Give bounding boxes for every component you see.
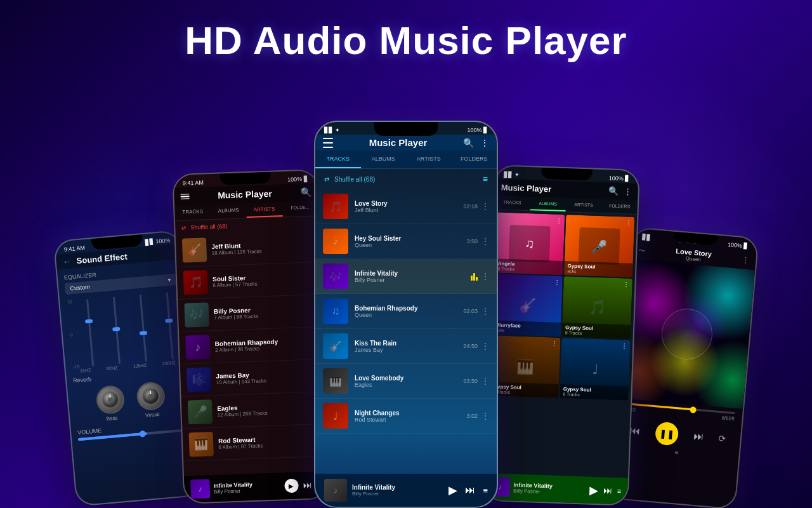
phone3-shuffle[interactable]: ⇄ Shuffle all (68) ≡ — [315, 169, 497, 189]
album-more-5[interactable]: ⋮ — [551, 340, 558, 347]
phone-main: ▊▊ ✦ 9:41 AM 100% ▊ Music Player 🔍 ⋮ TRA… — [314, 121, 498, 508]
track-more-love2[interactable]: ⋮ — [481, 377, 489, 385]
phone5-prev-icon[interactable]: ⏮ — [630, 425, 641, 437]
phone5-progress-thumb[interactable] — [690, 406, 697, 413]
artist-info-jeff: Jeff Blunt 18 Album | 126 Tracks — [211, 241, 262, 256]
artist-item-james[interactable]: 🎼 James Bay 15 Album | 143 Tracks — [180, 359, 325, 397]
db-15: 15 — [67, 299, 74, 304]
artist-item-bohemian[interactable]: ♪ Bohemian Rhapsody 2 Album | 36 Tracks — [179, 327, 324, 364]
tab-folders[interactable]: FOLDE... — [282, 201, 318, 217]
phone5-next-icon[interactable]: ⏭ — [693, 431, 704, 443]
track-kiss[interactable]: 🎸 Kiss The Rain James Bay 04:50 ⋮ — [315, 329, 497, 364]
phone4-tab-albums[interactable]: ALBUMS — [530, 197, 566, 211]
phone4-more-icon[interactable]: ⋮ — [623, 187, 632, 196]
artist-item-soul[interactable]: 🎵 Soul Sister 6 Album | 57 Tracks — [176, 262, 321, 300]
volume-thumb[interactable] — [140, 431, 147, 438]
phone3-hamburger-icon[interactable] — [323, 138, 333, 148]
album-art-2: 🎤 — [578, 227, 620, 265]
artist-item-billy[interactable]: 🎶 Billy Posner 7 Album | 88 Tracks — [178, 295, 322, 332]
track-more-bohemian[interactable]: ⋮ — [481, 307, 489, 316]
track-more-love[interactable]: ⋮ — [481, 202, 489, 211]
album-cell-5[interactable]: 🎹 Gypsy Soul 8 Tracks ⋮ — [490, 335, 560, 398]
track-infinite[interactable]: 🎶 Infinite Vitality Billy Posner ⋮ — [315, 259, 497, 294]
phone5-play-button[interactable]: ❚❚ — [655, 421, 679, 446]
album-cell-6[interactable]: ♩ Gypsy Soul 8 Tracks ⋮ — [560, 338, 630, 401]
track-more-hey[interactable]: ⋮ — [481, 237, 489, 246]
phone3-tab-folders[interactable]: FOLDERS — [452, 150, 497, 168]
phone2-next-icon[interactable]: ⏭ — [303, 480, 313, 490]
phone4-queue-icon[interactable]: ≡ — [617, 487, 622, 495]
track-love-story[interactable]: 🎵 Love Story Jeff Blunt 02:18 ⋮ — [315, 189, 497, 224]
phone4-tab-tracks[interactable]: TRACKS — [494, 196, 530, 210]
eq-handle-1[interactable] — [85, 319, 93, 323]
track-night[interactable]: ♩ Night Changes Rod Stewart 3:02 ⋮ — [315, 399, 497, 434]
back-icon[interactable]: ← — [62, 256, 72, 267]
album-cell-3[interactable]: 🎸 Blurryface acks ⋮ — [492, 274, 563, 337]
phone5-more-icon[interactable]: ⋮ — [742, 255, 750, 265]
tab-tracks[interactable]: TRACKS — [174, 204, 211, 220]
phone3-sort-icon[interactable]: ≡ — [483, 174, 488, 184]
track-title-hey: Hey Soul Sister — [355, 235, 466, 242]
track-bohemian[interactable]: ♫ Bohemian Rhapsody Queen 02:03 ⋮ — [315, 294, 497, 329]
album-cell-2[interactable]: 🎤 Gypsy Soul acks ⋮ — [564, 215, 634, 277]
phone2-player-bar: ♪ Infinite Vitality Billy Posner ▶ ⏭ ≡ — [184, 471, 328, 503]
tab-artists[interactable]: ARTISTS — [246, 202, 282, 218]
db-0: 0 — [70, 331, 77, 337]
track-more-night[interactable]: ⋮ — [481, 411, 489, 420]
phone3-queue-icon[interactable]: ≡ — [483, 486, 488, 495]
phone4-player-bar: ♪ Infinite Vitality Billy Posner ▶ ⏭ ≡ — [484, 473, 628, 505]
virtual-knob[interactable] — [136, 381, 166, 411]
phone3-next-icon[interactable]: ⏭ — [465, 485, 475, 496]
phone3-search-icon[interactable]: 🔍 — [463, 138, 474, 148]
track-duration-bohemian: 02:03 — [463, 308, 478, 314]
eq-track-2 — [112, 297, 120, 364]
artist-item-eagles[interactable]: 🎤 Eagles 12 Album | 268 Tracks — [181, 392, 326, 429]
phone3-tab-tracks[interactable]: TRACKS — [315, 150, 361, 168]
track-info-hey: Hey Soul Sister Queen — [355, 235, 466, 248]
phone3-play-icon[interactable]: ▶ — [449, 483, 457, 497]
phone3-tab-albums[interactable]: ALBUMS — [361, 150, 407, 168]
phone4-next-icon[interactable]: ⏭ — [603, 485, 613, 495]
track-more-infinite[interactable]: ⋮ — [481, 272, 489, 281]
album-cell-4[interactable]: 🎵 Gypsy Soul 8 Tracks ⋮ — [562, 276, 632, 339]
album-more-1[interactable]: ⋮ — [556, 217, 562, 224]
eq-bars-wrapper: 15 0 -15 — [66, 290, 183, 370]
artist-item-jeff[interactable]: 🎸 Jeff Blunt 18 Album | 126 Tracks — [176, 230, 320, 267]
album-overlay-5: Gypsy Soul 8 Tracks — [490, 382, 559, 398]
phone4-play-icon[interactable]: ▶ — [589, 483, 598, 497]
search-icon[interactable]: 🔍 — [300, 187, 311, 198]
album-more-3[interactable]: ⋮ — [553, 279, 560, 286]
album-cell-1[interactable]: ♫ Angela 8 Tracks ⋮ — [494, 212, 565, 275]
phone2-play-button[interactable]: ▶ — [284, 479, 299, 493]
tab-albums[interactable]: ALBUMS — [211, 203, 247, 219]
eq-handle-4[interactable] — [165, 319, 173, 323]
phone4-tab-artists[interactable]: ARTISTS — [566, 198, 602, 213]
eq-handle-3[interactable] — [140, 331, 147, 335]
phone3-more-icon[interactable]: ⋮ — [480, 138, 489, 148]
hamburger-icon[interactable] — [180, 194, 189, 199]
eagles-image: 🎤 — [188, 399, 213, 424]
chevron-down-icon: ▾ — [167, 276, 171, 283]
track-hey-soul[interactable]: ♪ Hey Soul Sister Queen 3:50 ⋮ — [315, 224, 497, 259]
phone4-tab-folders[interactable]: FOLDERS — [601, 199, 638, 214]
eq-handle-2[interactable] — [112, 326, 120, 331]
phone2-time: 9:41 AM — [183, 179, 204, 186]
artist-thumb-jeff: 🎸 — [182, 237, 207, 262]
artist-item-rod[interactable]: 🎹 Rod Stewart 6 Album | 87 Tracks — [182, 424, 327, 462]
album-more-4[interactable]: ⋮ — [623, 281, 629, 288]
hamburger-line1 — [180, 194, 189, 195]
album-overlay-2: Gypsy Soul acks — [564, 261, 633, 277]
bass-knob[interactable] — [95, 385, 126, 415]
album-more-2[interactable]: ⋮ — [625, 219, 632, 226]
phone5-queue-icon[interactable]: ≡ — [674, 448, 679, 457]
phone4-search-icon[interactable]: 🔍 — [608, 186, 619, 196]
track-love-somebody[interactable]: 🎹 Love Somebody Eagles 03:50 ⋮ — [315, 364, 497, 399]
track-title-infinite: Infinite Vitality — [355, 270, 471, 277]
album-more-6[interactable]: ⋮ — [621, 342, 627, 349]
phone5-repeat-icon[interactable]: ⟳ — [718, 433, 726, 444]
eq-track-4 — [166, 292, 173, 359]
track-more-kiss[interactable]: ⋮ — [481, 342, 489, 351]
phone3-tab-artists[interactable]: ARTISTS — [406, 150, 452, 168]
phone2-title: Music Player — [218, 189, 272, 201]
track-duration-hey: 3:50 — [466, 238, 478, 244]
